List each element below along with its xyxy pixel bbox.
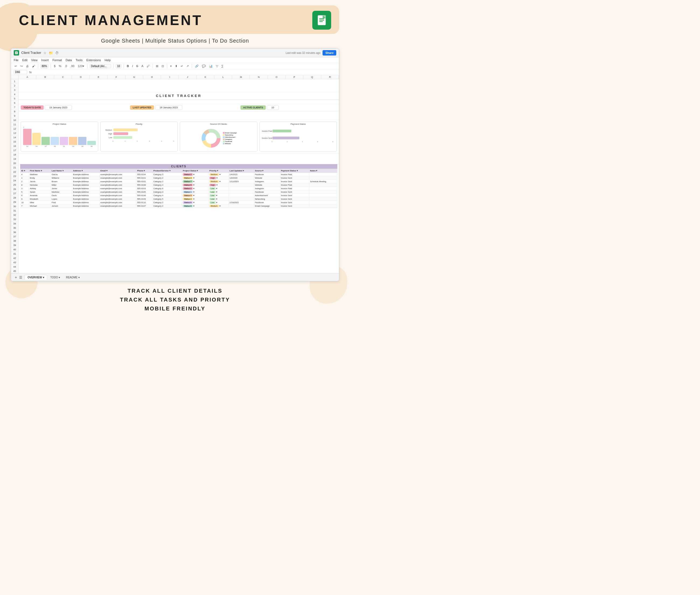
chart-button[interactable]: 📊 [208, 64, 213, 68]
col-m[interactable]: M [232, 75, 250, 79]
valign-button[interactable]: ⬍ [174, 64, 178, 68]
paint-format-button[interactable]: 🖌 [31, 64, 36, 68]
star-icon[interactable]: ☆ [43, 51, 47, 55]
col-h[interactable]: H [143, 75, 161, 79]
cell-status: Status 3 ▾ [182, 194, 208, 197]
print-button[interactable]: 🖨 [25, 64, 30, 68]
clients-section: CLIENTS ID ▾ First Name ▾ Last Name ▾ Ad… [19, 164, 339, 242]
add-sheet-button[interactable]: + [13, 275, 19, 280]
col-b[interactable]: B [36, 75, 54, 79]
redo-button[interactable]: ↪ [20, 64, 23, 68]
menu-insert[interactable]: Insert [41, 58, 49, 62]
strikethrough-button[interactable]: S [135, 64, 139, 68]
table-row[interactable]: 1 Emily Williams Example Address example… [21, 176, 337, 180]
tab-todo[interactable]: TODO ▾ [48, 275, 63, 280]
active-label: ACTIVE CLIENTS [240, 105, 266, 110]
rotate-button[interactable]: ↗ [185, 64, 189, 68]
menu-data[interactable]: Data [66, 58, 72, 62]
font-selector[interactable]: Default (Ari... [90, 64, 111, 68]
text-color-button[interactable]: A [141, 64, 144, 68]
cell-product: Category 2 [152, 180, 182, 183]
table-row[interactable]: 5 Sarah Martinez Example Address example… [21, 190, 337, 194]
payment-bars: Invoice Paid Invoice Sent [261, 129, 336, 140]
link-button[interactable]: 🔗 [194, 64, 200, 68]
col-n[interactable]: N [250, 75, 268, 79]
cell-source: Instagram [254, 180, 280, 183]
font-size-selector[interactable]: 10 [116, 64, 121, 68]
col-e[interactable]: E [90, 75, 108, 79]
col-a[interactable]: A [19, 75, 36, 79]
row-43: 43 [11, 260, 18, 265]
table-row[interactable]: 7 Michael Jonson Example Address example… [21, 204, 337, 208]
format-123[interactable]: 123▾ [77, 64, 85, 68]
cell-email: example@example.com [100, 190, 136, 194]
cell-reference[interactable]: D66 [14, 70, 27, 74]
tab-overview[interactable]: OVERVIEW ▾ [25, 275, 47, 280]
list-sheets-button[interactable]: ☰ [19, 275, 22, 279]
source-chart-title: Source Of Clients [181, 123, 256, 125]
filter-button[interactable]: ▽ [215, 64, 219, 68]
align-button[interactable]: ≡ [169, 64, 173, 68]
bold-button[interactable]: B [126, 64, 130, 68]
currency-button[interactable]: $ [53, 64, 56, 68]
menu-view[interactable]: View [31, 58, 38, 62]
priority-medium-label: Medium [103, 129, 112, 131]
cell-phone: 555-0106 [136, 194, 152, 197]
cell-first: Amanda [29, 194, 51, 197]
highlight-button[interactable]: 🖊 [146, 64, 151, 68]
decimal-more[interactable]: .00 [69, 64, 75, 68]
cell-last: Jones [51, 187, 72, 190]
col-p[interactable]: P [286, 75, 303, 79]
col-r[interactable]: R [321, 75, 339, 79]
col-i[interactable]: I [161, 75, 179, 79]
cell-first: Matthew [29, 173, 51, 176]
table-row[interactable]: 3 Ashley Jones Example Address example@e… [21, 187, 337, 190]
status-badge: Status 3 [183, 194, 193, 197]
cell-address: Example Address [72, 180, 100, 183]
menu-format[interactable]: Format [53, 58, 62, 62]
cell-last: Garcia [51, 173, 72, 176]
col-o[interactable]: O [268, 75, 286, 79]
col-c[interactable]: C [54, 75, 72, 79]
undo-button[interactable]: ↩ [14, 64, 18, 68]
menu-tools[interactable]: Tools [75, 58, 83, 62]
bottom-line-1: TRACK ALL CLIENT DETAILS [0, 288, 350, 294]
cell-address: Example Address [72, 183, 100, 187]
menu-help[interactable]: Help [104, 58, 111, 62]
col-g[interactable]: G [125, 75, 143, 79]
row-6: 6 [11, 101, 18, 105]
table-row[interactable]: 4 Matthew Garcia Example Address example… [21, 173, 337, 176]
borders-button[interactable]: ⊞ [155, 64, 159, 68]
function-button[interactable]: ∑ [220, 64, 224, 68]
table-row[interactable]: 10 Mike Fred Example Address example@exa… [21, 201, 337, 204]
italic-button[interactable]: I [131, 64, 134, 68]
table-row[interactable]: 8 Nicholas Miller Example Address exampl… [21, 183, 337, 187]
toolbar-separator-6 [153, 64, 153, 68]
col-k[interactable]: K [196, 75, 214, 79]
comment-button[interactable]: 💬 [201, 64, 207, 68]
menu-edit[interactable]: Edit [22, 58, 27, 62]
table-row[interactable]: 9 Elizabeth Lopes Example Address exampl… [21, 197, 337, 201]
table-row[interactable]: 6 Amanda Davis Example Address example@e… [21, 194, 337, 197]
zoom-selector[interactable]: 80% [40, 64, 49, 68]
percent-button[interactable]: % [58, 64, 62, 68]
tab-readme[interactable]: README ▾ [63, 275, 82, 280]
col-l[interactable]: L [214, 75, 232, 79]
col-d[interactable]: D [72, 75, 90, 79]
menu-extensions[interactable]: Extensions [86, 58, 101, 62]
sheets-mini-icon [14, 50, 19, 56]
cell-status: Status 7 ▾ [182, 180, 208, 183]
table-row[interactable]: 2 Jacob Brown Example Address example@ex… [21, 180, 337, 183]
col-j[interactable]: J [179, 75, 196, 79]
cell-updated [229, 204, 254, 208]
col-f[interactable]: F [108, 75, 125, 79]
row-40: 40 [11, 247, 18, 252]
wrap-button[interactable]: ↵ [180, 64, 184, 68]
cell-last: Brown [51, 180, 72, 183]
updated-value: 18 January 2023 [155, 105, 182, 110]
col-q[interactable]: Q [303, 75, 321, 79]
merge-button[interactable]: ⊡ [161, 64, 165, 68]
share-button[interactable]: Share [323, 50, 336, 56]
menu-file[interactable]: File [14, 58, 19, 62]
decimal-less[interactable]: .0 [64, 64, 68, 68]
